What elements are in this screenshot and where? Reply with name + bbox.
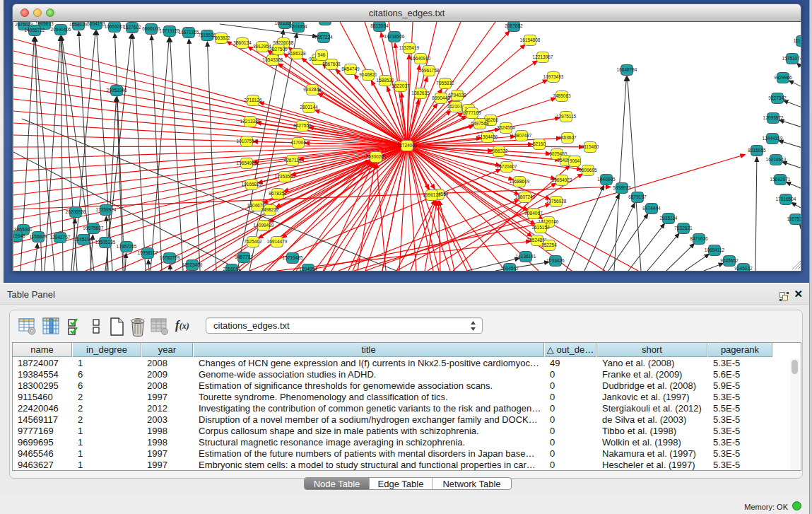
svg-text:5938923: 5938923 [613, 185, 631, 190]
svg-text:8678352: 8678352 [269, 191, 287, 196]
svg-text:10107554: 10107554 [237, 139, 257, 144]
svg-text:8813054: 8813054 [370, 23, 389, 28]
svg-text:3624554: 3624554 [497, 125, 515, 130]
svg-text:2718126: 2718126 [244, 98, 262, 103]
svg-text:1004542: 1004542 [500, 266, 519, 271]
svg-text:1167533: 1167533 [787, 216, 801, 221]
svg-text:1588520: 1588520 [376, 78, 394, 83]
svg-text:19218506: 19218506 [384, 34, 405, 39]
svg-text:2803144: 2803144 [300, 105, 318, 110]
svg-text:17016504: 17016504 [776, 197, 796, 201]
svg-text:9115460: 9115460 [582, 144, 599, 149]
svg-text:1117233: 1117233 [794, 38, 801, 43]
svg-text:16210643: 16210643 [766, 157, 787, 162]
svg-text:16961758: 16961758 [419, 68, 440, 73]
svg-text:9146821: 9146821 [359, 72, 377, 77]
svg-text:12353594: 12353594 [275, 174, 295, 179]
svg-text:25300203: 25300203 [366, 154, 387, 159]
svg-text:12213967: 12213967 [533, 54, 553, 59]
svg-text:15751074: 15751074 [782, 56, 801, 61]
svg-text:8471676: 8471676 [690, 236, 708, 241]
svg-text:2266091: 2266091 [223, 267, 241, 271]
svg-text:19654985: 19654985 [237, 160, 257, 165]
svg-text:20691406: 20691406 [51, 27, 71, 32]
svg-text:10756928: 10756928 [546, 199, 567, 204]
svg-text:29053346: 29053346 [107, 88, 127, 93]
svg-text:9777169: 9777169 [463, 110, 481, 115]
svg-text:6966160: 6966160 [142, 26, 160, 31]
svg-text:7857224: 7857224 [314, 35, 333, 40]
svg-text:1145194: 1145194 [75, 237, 93, 242]
svg-text:8912954: 8912954 [253, 44, 271, 49]
svg-text:546: 546 [318, 52, 326, 57]
svg-text:18724007: 18724007 [397, 143, 418, 148]
svg-text:4267110: 4267110 [284, 158, 302, 163]
svg-text:417004: 417004 [290, 140, 306, 145]
svg-text:1440995: 1440995 [597, 177, 616, 182]
svg-text:1094854: 1094854 [299, 267, 317, 271]
svg-text:5822037: 5822037 [392, 83, 410, 88]
svg-text:12975115: 12975115 [556, 114, 577, 119]
svg-text:10654112: 10654112 [705, 247, 725, 252]
svg-text:1615152: 1615152 [531, 225, 550, 230]
svg-text:9699695: 9699695 [579, 168, 597, 173]
svg-text:7955812: 7955812 [436, 81, 454, 86]
svg-text:16671355: 16671355 [179, 30, 199, 35]
svg-text:1733426: 1733426 [546, 258, 565, 263]
svg-text:9245012: 9245012 [734, 266, 753, 271]
svg-text:15720407: 15720407 [497, 164, 517, 169]
svg-text:9064: 9064 [570, 158, 580, 163]
svg-text:19166829: 19166829 [242, 182, 262, 187]
svg-text:7625402: 7625402 [244, 239, 262, 244]
svg-text:6879197: 6879197 [628, 194, 647, 199]
svg-text:9203354: 9203354 [289, 24, 307, 29]
svg-text:9457791: 9457791 [235, 255, 253, 259]
svg-text:15716485: 15716485 [283, 255, 303, 260]
svg-text:2867608: 2867608 [322, 62, 341, 66]
svg-text:6497568: 6497568 [471, 121, 489, 126]
svg-text:10653267: 10653267 [105, 24, 125, 29]
svg-text:8454749: 8454749 [341, 66, 360, 71]
svg-text:10719155: 10719155 [160, 28, 180, 33]
svg-text:9227342: 9227342 [768, 95, 787, 100]
svg-text:7663822: 7663822 [212, 35, 230, 40]
svg-text:2087682: 2087682 [505, 23, 523, 28]
svg-text:12213389: 12213389 [240, 119, 261, 124]
svg-text:14055712: 14055712 [25, 28, 45, 33]
svg-text:9827500: 9827500 [269, 47, 288, 52]
svg-text:3860124: 3860124 [233, 40, 252, 45]
svg-text:12942757: 12942757 [50, 235, 71, 240]
svg-text:9084067: 9084067 [524, 211, 543, 216]
svg-text:252254: 252254 [541, 243, 557, 247]
svg-text:9245652: 9245652 [720, 258, 739, 263]
svg-text:8186328: 8186328 [288, 51, 306, 56]
svg-text:8990448: 8990448 [432, 95, 450, 100]
svg-text:10807487: 10807487 [512, 133, 532, 138]
svg-text:17359924: 17359924 [96, 207, 117, 212]
svg-text:9242848: 9242848 [303, 87, 322, 92]
svg-text:19654923: 19654923 [552, 177, 572, 182]
svg-text:16640910: 16640910 [411, 56, 431, 61]
svg-text:1558129: 1558129 [69, 22, 88, 27]
svg-text:10958107: 10958107 [138, 250, 158, 255]
svg-text:1362615: 1362615 [411, 90, 430, 95]
svg-text:1996122: 1996122 [423, 192, 441, 197]
svg-text:8215955: 8215955 [748, 148, 766, 153]
svg-text:1156829: 1156829 [30, 234, 47, 239]
svg-text:10973493: 10973493 [543, 74, 564, 79]
svg-text:3498222: 3498222 [261, 207, 279, 212]
svg-text:8427552: 8427552 [293, 123, 312, 128]
svg-text:21364436: 21364436 [478, 134, 498, 139]
svg-text:15692971: 15692971 [770, 177, 791, 182]
svg-text:62160: 62160 [533, 141, 546, 146]
svg-text:6794028: 6794028 [448, 93, 466, 98]
svg-text:16914479: 16914479 [267, 239, 288, 244]
svg-text:9329966: 9329966 [774, 75, 792, 80]
svg-text:9463627: 9463627 [558, 135, 577, 140]
svg-text:5264133: 5264133 [87, 22, 105, 26]
svg-text:12505135: 12505135 [95, 240, 116, 245]
svg-text:7632621: 7632621 [674, 226, 693, 230]
svg-text:16782759: 16782759 [160, 255, 180, 260]
svg-text:16154808: 16154808 [520, 37, 541, 42]
svg-text:18807249: 18807249 [515, 194, 536, 199]
